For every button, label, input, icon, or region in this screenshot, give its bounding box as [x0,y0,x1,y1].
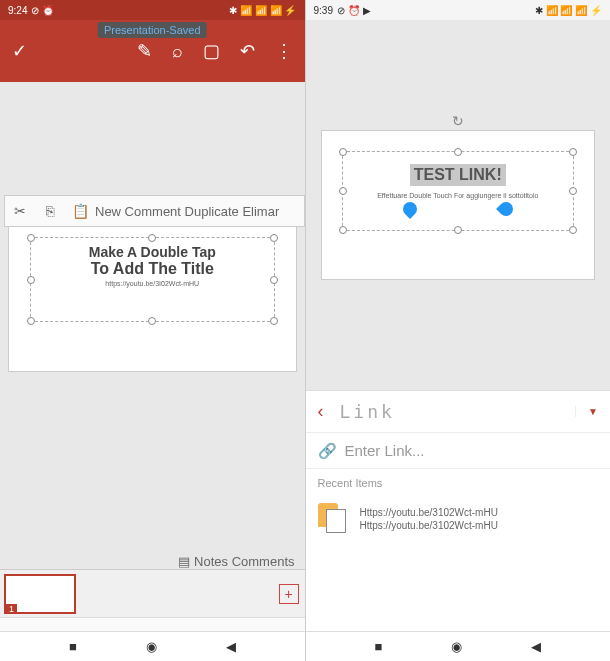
link-panel-title: Link [340,401,576,422]
status-bar: 9:39 ⊘ ⏰ ▶ ✱ 📶 📶 📶 ⚡ [306,0,611,20]
canvas-right[interactable]: ↻ TEST LINK! Effettuare Double Touch For… [306,20,611,661]
context-menu: ✂ ⎘ 📋 New Comment Duplicate Elimar [4,195,305,227]
more-icon[interactable]: ⋮ [275,40,293,62]
toolbar: Presentation-Saved ✓ ✎ ⌕ ▢ ↶ ⋮ [0,20,305,82]
link-input[interactable]: 🔗 Enter Link... [306,433,611,469]
status-right-icons: ✱ 📶 📶 📶 ⚡ [229,5,296,16]
subtitle-text: Effettuare Double Touch For aggiungere i… [349,192,568,199]
link-icon: 🔗 [318,442,337,460]
handle-tl[interactable] [339,148,347,156]
alarm-icon: ⊘ ⏰ ▶ [337,5,371,16]
slide-thumbnail[interactable]: 1 [4,574,76,614]
thumbnail-strip: 1 + [0,569,305,617]
nav-back-icon[interactable]: ◀ [226,639,236,654]
link-header: ‹ Link ▼ [306,391,611,433]
clipboard-icon [318,503,350,535]
notes-button[interactable]: ▤ Notes Comments [178,554,294,569]
handle-ml[interactable] [27,276,35,284]
handle-mr[interactable] [569,187,577,195]
status-bar: 9:24 ⊘ ⏰ ✱ 📶 📶 📶 ⚡ [0,0,305,20]
slide-url: https://youtu.be/3I02Wct-mHU [37,280,268,287]
saved-message: Presentation-Saved [98,22,207,38]
handle-tc[interactable] [148,234,156,242]
add-slide-button[interactable]: + [279,584,299,604]
search-icon[interactable]: ⌕ [172,41,183,62]
handle-ml[interactable] [339,187,347,195]
handle-bc[interactable] [454,226,462,234]
highlighted-text[interactable]: TEST LINK! [410,164,506,186]
dropdown-icon[interactable]: ▼ [575,406,598,417]
handle-bl[interactable] [27,317,35,325]
status-time: 9:39 [314,5,333,16]
recent-url-text: Https://youtu.be/3102Wct-mHU Https://you… [360,506,498,532]
handle-br[interactable] [270,317,278,325]
nav-bar: ■ ◉ ◀ [306,631,611,661]
title-textbox[interactable]: Make A Double Tap To Add The Title https… [30,237,275,322]
recent-item[interactable]: Https://youtu.be/3102Wct-mHU Https://you… [306,497,611,541]
thumb-number: 1 [6,604,17,614]
canvas-left[interactable]: ✂ ⎘ 📋 New Comment Duplicate Elimar Make … [0,82,305,661]
status-time: 9:24 [8,5,27,16]
status-right-icons: ✱ 📶 📶 📶 ⚡ [535,5,602,16]
undo-icon[interactable]: ↶ [240,40,255,62]
title-textbox[interactable]: TEST LINK! Effettuare Double Touch For a… [342,151,575,231]
selection-handle-left[interactable] [400,199,420,219]
nav-back-icon[interactable]: ◀ [531,639,541,654]
handle-tr[interactable] [569,148,577,156]
recent-items-label: Recent Items [306,469,611,497]
notes-icon: ▤ [178,554,190,569]
handle-mr[interactable] [270,276,278,284]
handle-tr[interactable] [270,234,278,242]
confirm-icon[interactable]: ✓ [12,40,27,62]
nav-bar: ■ ◉ ◀ [0,631,305,661]
rotate-handle-icon[interactable]: ↻ [452,113,464,129]
back-icon[interactable]: ‹ [318,401,324,422]
nav-home-icon[interactable]: ◉ [451,639,462,654]
link-panel: ‹ Link ▼ 🔗 Enter Link... Recent Items Ht… [306,390,611,661]
copy-icon[interactable]: ⎘ [35,203,65,219]
pen-icon[interactable]: ✎ [137,40,152,62]
nav-recent-icon[interactable]: ■ [374,639,382,654]
handle-tc[interactable] [454,148,462,156]
nav-home-icon[interactable]: ◉ [146,639,157,654]
selection-handle-right[interactable] [496,199,516,219]
title-line1: Make A Double Tap [37,244,268,260]
paste-icon[interactable]: 📋 [65,203,95,219]
title-line2: To Add The Title [37,260,268,278]
handle-tl[interactable] [27,234,35,242]
present-icon[interactable]: ▢ [203,40,220,62]
context-new-comment[interactable]: New Comment Duplicate Elimar [95,204,279,219]
handle-bl[interactable] [339,226,347,234]
nav-recent-icon[interactable]: ■ [69,639,77,654]
handle-br[interactable] [569,226,577,234]
link-placeholder: Enter Link... [345,442,425,459]
cut-icon[interactable]: ✂ [5,203,35,219]
slide[interactable]: ↻ TEST LINK! Effettuare Double Touch For… [321,130,596,280]
alarm-icon: ⊘ ⏰ [31,5,54,16]
